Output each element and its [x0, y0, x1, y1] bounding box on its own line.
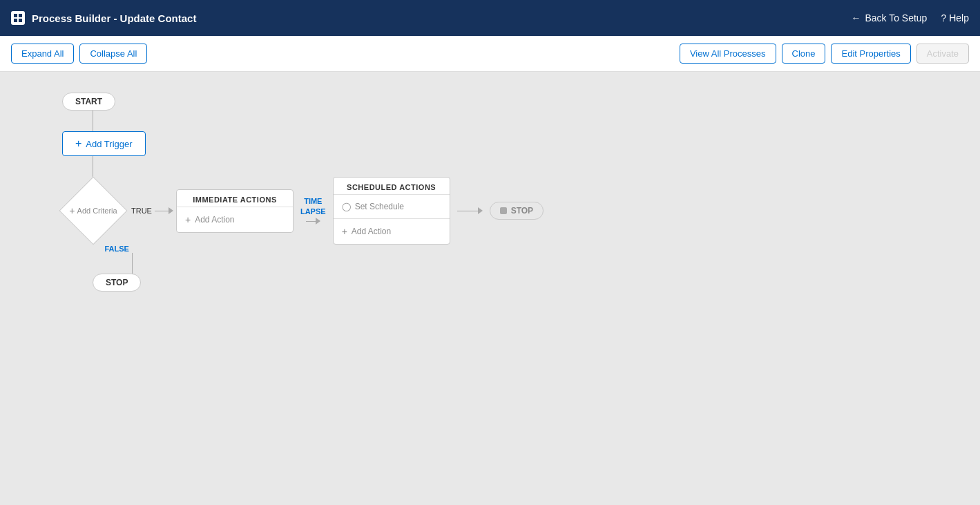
expand-all-button[interactable]: Expand All: [11, 44, 74, 64]
connector-start-trigger: [93, 111, 93, 131]
stop-node: STOP: [93, 274, 141, 292]
help-label: Help: [949, 12, 969, 23]
immediate-add-action-label: Add Action: [195, 215, 234, 225]
true-label: TRUE: [131, 207, 152, 215]
scheduled-add-action-label: Add Action: [352, 227, 391, 236]
time-lapse-arrow: [306, 218, 320, 225]
svg-rect-3: [19, 19, 22, 22]
activate-button[interactable]: Activate: [916, 44, 969, 64]
criteria-row: + Add Criteria TRUE IMMEDIATE ACTIONS + …: [62, 177, 544, 245]
plus-icon-scheduled: +: [342, 226, 347, 237]
scheduled-actions-box: SCHEDULED ACTIONS ◯ Set Schedule + Add A…: [333, 177, 450, 245]
top-nav: Process Builder - Update Contact ← Back …: [0, 0, 980, 36]
false-label: FALSE: [105, 245, 129, 253]
help-button[interactable]: ? Help: [941, 12, 969, 23]
connector-trigger-criteria: [93, 156, 93, 177]
canvas: START + Add Trigger + Add Criteria TRUE: [0, 72, 980, 505]
edit-properties-button[interactable]: Edit Properties: [831, 44, 910, 64]
arrow-to-stop: [457, 207, 483, 214]
start-node: START: [62, 93, 115, 111]
toolbar-right: View All Processes Clone Edit Properties…: [680, 44, 969, 64]
set-schedule-button[interactable]: ◯ Set Schedule: [334, 195, 450, 219]
plus-icon-trigger: +: [75, 137, 81, 150]
nav-right: ← Back To Setup ? Help: [851, 12, 969, 23]
nav-left: Process Builder - Update Contact: [11, 11, 196, 25]
svg-rect-0: [14, 14, 17, 17]
scheduled-actions-header: SCHEDULED ACTIONS: [334, 178, 450, 195]
set-schedule-label: Set Schedule: [355, 202, 404, 211]
inline-stop-label: STOP: [511, 206, 533, 216]
time-lapse-section: TIME LAPSE: [300, 197, 326, 225]
immediate-add-action-button[interactable]: + Add Action: [177, 207, 293, 232]
time-lapse-line2: LAPSE: [300, 207, 326, 216]
back-arrow-icon: ←: [851, 12, 861, 23]
inline-stop-badge: STOP: [490, 202, 544, 220]
collapse-all-button[interactable]: Collapse All: [79, 44, 147, 64]
plus-icon-criteria: +: [69, 205, 75, 216]
clone-button[interactable]: Clone: [782, 44, 826, 64]
flow-container: START + Add Trigger + Add Criteria TRUE: [28, 93, 952, 292]
true-arrow: [155, 207, 173, 214]
back-to-setup-label: Back To Setup: [865, 12, 927, 23]
connector-false: [132, 253, 133, 274]
view-all-processes-button[interactable]: View All Processes: [680, 44, 776, 64]
plus-icon-immediate: +: [185, 214, 191, 225]
stop-square-icon: [500, 207, 507, 214]
svg-rect-1: [19, 14, 22, 17]
toolbar-left: Expand All Collapse All: [11, 44, 147, 64]
help-question-icon: ?: [941, 12, 946, 23]
time-lapse-line1: TIME: [304, 197, 322, 206]
add-trigger-button[interactable]: + Add Trigger: [62, 131, 146, 156]
add-criteria-button[interactable]: + Add Criteria: [69, 205, 117, 216]
criteria-diamond: + Add Criteria: [62, 180, 124, 242]
immediate-actions-box: IMMEDIATE ACTIONS + Add Action: [176, 189, 294, 233]
toolbar: Expand All Collapse All View All Process…: [0, 36, 980, 72]
start-label: START: [62, 93, 115, 111]
back-to-setup-button[interactable]: ← Back To Setup: [851, 12, 927, 23]
svg-rect-2: [14, 19, 17, 22]
true-path: TRUE IMMEDIATE ACTIONS + Add Action TIME: [131, 177, 544, 245]
app-logo: [11, 11, 25, 25]
immediate-actions-header: IMMEDIATE ACTIONS: [177, 190, 293, 207]
clock-icon: ◯: [342, 202, 351, 211]
false-path: FALSE STOP: [93, 245, 141, 292]
scheduled-add-action-button[interactable]: + Add Action: [334, 219, 450, 244]
page-title: Process Builder - Update Contact: [32, 12, 196, 24]
